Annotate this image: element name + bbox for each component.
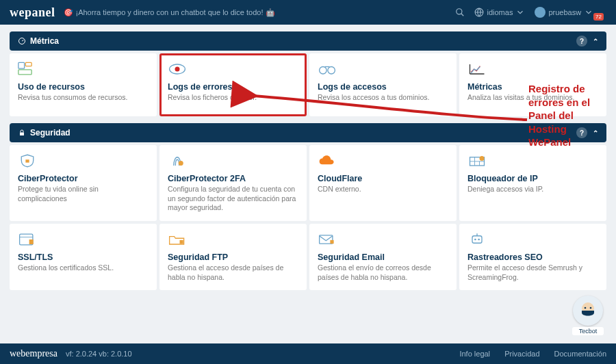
tecbot-label: Tecbot xyxy=(572,327,604,335)
svg-rect-12 xyxy=(25,159,29,162)
svg-point-8 xyxy=(175,67,180,72)
svg-rect-17 xyxy=(29,239,34,244)
card-desc: Configura la seguridad de tu cuenta con … xyxy=(168,185,298,213)
card-desc: Permite el acceso desde Semrush y Scream… xyxy=(467,263,598,282)
svg-rect-21 xyxy=(472,236,482,244)
card-title: Logs de accesos xyxy=(318,82,448,92)
card-title: Logs de errores xyxy=(168,82,298,92)
user-menu[interactable]: pruebasw 72 xyxy=(535,7,606,18)
annotation-label: Registro de errores en el Panel del Host… xyxy=(528,82,604,149)
svg-point-13 xyxy=(179,161,183,166)
svg-rect-11 xyxy=(20,133,24,136)
main-area: Métrica ? ⌃ Uso de recursos Revisa tus c… xyxy=(0,25,616,343)
firewall-icon xyxy=(467,152,598,170)
card-title: Rastreadores SEO xyxy=(467,252,598,262)
eye-icon xyxy=(168,60,298,78)
chevron-up-icon: ⌃ xyxy=(593,38,598,45)
card-error-logs[interactable]: Logs de errores Revisa los ficheros de e… xyxy=(159,53,307,116)
card-email-security[interactable]: Seguridad Email Gestiona el envío de cor… xyxy=(309,224,457,290)
fingerprint-icon xyxy=(168,152,298,170)
mail-lock-icon xyxy=(318,231,448,248)
card-seo-crawlers[interactable]: Rastreadores SEO Permite el acceso desde… xyxy=(459,224,606,290)
link-docs[interactable]: Documentación xyxy=(554,350,606,358)
card-desc: Gestiona el envío de correos desde paíse… xyxy=(318,263,448,282)
card-access-logs[interactable]: Logs de accesos Revisa los accesos a tus… xyxy=(309,53,457,116)
section-header-metric[interactable]: Métrica ? ⌃ xyxy=(10,31,606,51)
link-privacy[interactable]: Privacidad xyxy=(504,350,539,358)
svg-rect-18 xyxy=(180,240,183,244)
target-icon: 🎯 xyxy=(64,8,73,17)
card-title: CiberProtector xyxy=(18,174,149,183)
link-legal[interactable]: Info legal xyxy=(459,350,490,358)
section-security: Seguridad ? ⌃ CiberProtector Protege tu … xyxy=(10,123,606,293)
robot-icon: 🤖 xyxy=(266,8,275,17)
svg-line-1 xyxy=(461,14,464,16)
footer-version: vf: 2.0.24 vb: 2.0.10 xyxy=(66,350,132,358)
section-title: Seguridad xyxy=(30,128,576,138)
svg-point-15 xyxy=(480,156,485,161)
card-ftp-security[interactable]: Seguridad FTP Gestiona el acceso desde p… xyxy=(159,224,307,290)
section-header-security[interactable]: Seguridad ? ⌃ xyxy=(10,123,606,142)
svg-point-23 xyxy=(478,239,480,241)
footer-brand: webempresa xyxy=(10,348,57,359)
card-desc: Deniega accesos via IP. xyxy=(467,185,598,194)
card-desc: Revisa los accesos a tus dominios. xyxy=(318,93,448,103)
footer-links: Info legal Privacidad Documentación xyxy=(447,350,606,358)
help-button[interactable]: ? xyxy=(576,36,587,47)
card-title: SSL/TLS xyxy=(18,252,149,262)
browser-lock-icon xyxy=(18,231,149,248)
resource-icon xyxy=(18,60,149,78)
card-ciberprotector-2fa[interactable]: CiberProtector 2FA Configura la segurida… xyxy=(159,145,307,221)
dashboard-icon xyxy=(18,37,26,45)
promo-text: 🎯 ¡Ahorra tiempo y dinero con un chatbot… xyxy=(64,8,276,17)
chevron-down-icon xyxy=(584,8,593,17)
card-title: Bloqueador de IP xyxy=(467,174,598,183)
robot-icon xyxy=(467,231,598,248)
card-desc: Gestiona los certificados SSL. xyxy=(18,263,149,273)
search-button[interactable] xyxy=(455,8,465,17)
card-ssl-tls[interactable]: SSL/TLS Gestiona los certificados SSL. xyxy=(10,224,157,290)
card-cloudflare[interactable]: CloudFlare CDN externo. xyxy=(309,145,457,221)
svg-point-26 xyxy=(590,307,592,309)
card-desc: CDN externo. xyxy=(318,185,448,194)
section-title: Métrica xyxy=(30,36,576,46)
card-desc: Gestiona el acceso desde países de habla… xyxy=(168,263,298,282)
card-title: Seguridad FTP xyxy=(168,252,298,262)
card-title: Uso de recursos xyxy=(18,82,149,92)
lock-icon xyxy=(18,129,26,137)
card-title: CiberProtector 2FA xyxy=(168,174,298,183)
language-selector[interactable]: idiomas xyxy=(474,8,525,17)
card-resource-usage[interactable]: Uso de recursos Revisa tus consumos de r… xyxy=(10,53,157,116)
app-footer: webempresa vf: 2.0.24 vb: 2.0.10 Info le… xyxy=(0,343,616,364)
svg-point-25 xyxy=(585,307,587,309)
folder-lock-icon xyxy=(168,231,298,248)
logo: wepanel xyxy=(10,5,55,20)
cloud-icon xyxy=(318,152,448,170)
language-label: idiomas xyxy=(487,8,513,16)
svg-rect-4 xyxy=(18,62,25,68)
chart-icon xyxy=(467,60,598,78)
chevron-down-icon xyxy=(515,8,525,17)
card-ip-blocker[interactable]: Bloqueador de IP Deniega accesos via IP. xyxy=(459,145,606,221)
tecbot-widget[interactable]: Tecbot xyxy=(572,296,604,335)
svg-rect-20 xyxy=(330,240,333,244)
svg-point-9 xyxy=(320,67,327,75)
search-icon xyxy=(455,8,465,17)
svg-point-22 xyxy=(474,239,476,241)
card-desc: Protege tu vida online sin complicacione… xyxy=(18,185,149,203)
shield-lock-icon xyxy=(18,152,149,170)
avatar xyxy=(535,7,546,18)
svg-rect-6 xyxy=(18,70,31,75)
tecbot-avatar xyxy=(573,296,603,326)
svg-rect-5 xyxy=(25,62,31,66)
binoculars-icon xyxy=(318,60,448,78)
card-desc: Revisa tus consumos de recursos. xyxy=(18,93,149,103)
card-ciberprotector[interactable]: CiberProtector Protege tu vida online si… xyxy=(10,145,157,221)
card-desc: Revisa los ficheros de error. xyxy=(168,93,298,103)
user-label: pruebasw xyxy=(548,8,581,16)
globe-icon xyxy=(474,8,484,17)
card-title: CloudFlare xyxy=(318,174,448,183)
card-title: Seguridad Email xyxy=(318,252,448,262)
notification-badge: 72 xyxy=(593,13,604,21)
section-metric: Métrica ? ⌃ Uso de recursos Revisa tus c… xyxy=(10,31,606,119)
